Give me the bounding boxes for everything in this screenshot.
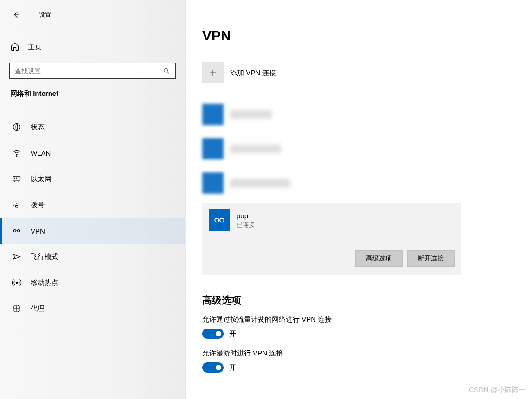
advanced-section-title: 高级选项	[202, 294, 532, 307]
sidebar-item-airplane[interactable]: 飞行模式	[0, 244, 185, 270]
sidebar-item-label: 飞行模式	[31, 253, 58, 261]
search-icon	[163, 67, 170, 75]
sidebar-item-status[interactable]: 状态	[0, 114, 185, 140]
vpn-connection-name-redacted	[230, 179, 290, 187]
svg-point-10	[220, 218, 224, 222]
toggle-roaming[interactable]	[202, 362, 224, 373]
ethernet-icon	[12, 174, 21, 184]
svg-point-9	[215, 218, 219, 222]
search-box[interactable]	[9, 63, 176, 79]
add-vpn-button[interactable]: 添加 VPN 连接	[202, 62, 532, 83]
globe-icon	[12, 122, 21, 132]
wifi-icon	[12, 148, 21, 158]
vpn-selected-row[interactable]: pop 已连接	[209, 209, 455, 231]
back-button[interactable]	[8, 7, 24, 23]
vpn-connection-name-redacted	[230, 110, 272, 119]
vpn-connection-item[interactable]	[202, 97, 532, 132]
sidebar-item-hotspot[interactable]: 移动热点	[0, 270, 185, 296]
sidebar-item-label: 拨号	[31, 201, 45, 209]
sidebar-home[interactable]: 主页	[0, 35, 185, 59]
nav-list: 状态 WLAN 以太网 拨号 VPN 飞行模式	[0, 114, 185, 322]
airplane-icon	[12, 252, 21, 261]
arrow-left-icon	[12, 11, 20, 19]
svg-point-6	[18, 230, 20, 232]
add-vpn-label: 添加 VPN 连接	[230, 69, 276, 77]
vpn-connection-icon	[202, 104, 224, 125]
vpn-connection-icon	[202, 138, 224, 159]
advanced-options-button[interactable]: 高级选项	[355, 250, 403, 267]
vpn-connection-item[interactable]	[202, 132, 532, 166]
svg-rect-3	[13, 176, 20, 181]
toggle-roaming-state: 开	[229, 363, 236, 372]
svg-point-5	[13, 230, 16, 232]
svg-point-2	[16, 156, 17, 157]
search-input[interactable]	[15, 67, 147, 75]
option-metered-label: 允许通过按流量计费的网络进行 VPN 连接	[202, 315, 532, 324]
home-icon	[10, 42, 19, 52]
sidebar-item-label: VPN	[31, 227, 45, 235]
sidebar-home-label: 主页	[28, 43, 42, 51]
sidebar-item-wlan[interactable]: WLAN	[0, 140, 185, 166]
sidebar-item-label: WLAN	[31, 149, 51, 157]
vpn-selected-name: pop	[237, 212, 255, 220]
disconnect-button[interactable]: 断开连接	[407, 250, 455, 267]
svg-point-0	[164, 69, 168, 72]
vpn-icon	[12, 226, 21, 235]
sidebar-item-proxy[interactable]: 代理	[0, 296, 185, 322]
toggle-metered-state: 开	[229, 329, 236, 338]
sidebar-category: 网络和 Internet	[0, 79, 185, 103]
topbar: 设置	[0, 6, 185, 24]
vpn-connection-item[interactable]	[202, 166, 532, 200]
page-title: VPN	[202, 28, 532, 44]
sidebar-item-label: 代理	[31, 304, 45, 313]
vpn-connection-icon	[202, 172, 224, 194]
sidebar-item-label: 以太网	[31, 175, 51, 184]
svg-rect-4	[16, 206, 18, 207]
main-content: VPN 添加 VPN 连接 pop	[186, 0, 532, 399]
vpn-selected-status: 已连接	[237, 221, 255, 229]
toggle-metered[interactable]	[202, 329, 224, 339]
hotspot-icon	[12, 278, 21, 287]
sidebar: 设置 主页 网络和 Internet 状态 WLAN	[0, 0, 186, 399]
svg-point-7	[16, 282, 17, 283]
plus-icon	[202, 62, 224, 83]
option-roaming-label: 允许漫游时进行 VPN 连接	[202, 349, 532, 358]
vpn-connection-name-redacted	[230, 145, 281, 153]
vpn-selected-card: pop 已连接 高级选项 断开连接	[202, 203, 461, 275]
sidebar-item-ethernet[interactable]: 以太网	[0, 166, 185, 192]
window-title: 设置	[39, 11, 51, 19]
proxy-icon	[12, 304, 21, 313]
sidebar-item-dialup[interactable]: 拨号	[0, 192, 185, 218]
search-wrap	[0, 63, 185, 79]
sidebar-item-label: 状态	[31, 123, 45, 132]
sidebar-item-vpn[interactable]: VPN	[0, 218, 185, 244]
vpn-connection-icon	[209, 209, 230, 231]
sidebar-item-label: 移动热点	[31, 279, 58, 287]
dialup-icon	[12, 200, 21, 209]
